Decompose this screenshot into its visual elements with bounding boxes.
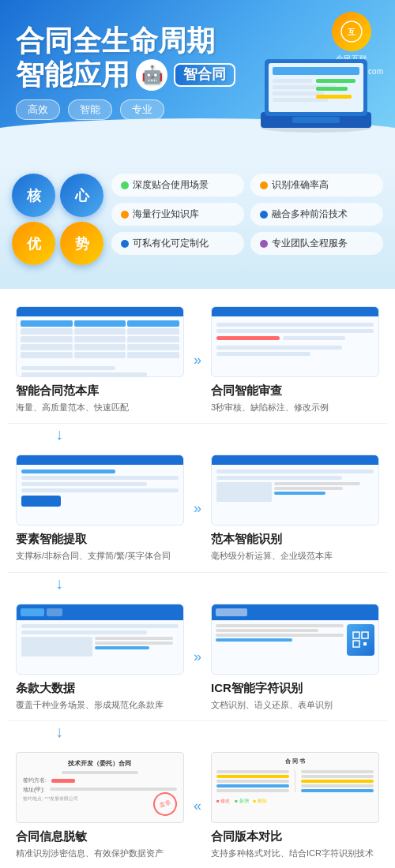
down-arrow-1: ↓: [8, 424, 387, 445]
feature-pair-2: 要素智能提取 支撑标/非标合同、支撑简/繁/英字体合同 »: [8, 445, 387, 572]
svg-rect-15: [353, 632, 359, 638]
doc-preview-desensitize: 技术开发（委托）合同 签约方名: 地址(甲): 签约地点: ***发展有限公司 …: [16, 752, 184, 823]
arrow-right-2: »: [192, 500, 203, 517]
arrow-right-3: »: [192, 649, 203, 665]
feature-title-4: 条款大数据: [16, 681, 184, 696]
svg-rect-16: [362, 632, 368, 638]
header-section: 互 全民互联 www.xiansha.com 合同全生命周期 智能应用 🤖 智合…: [0, 0, 395, 158]
svg-rect-10: [273, 92, 324, 95]
robot-icon: 🤖: [136, 59, 167, 91]
feature-title-5: ICR智能字符识别: [211, 681, 379, 696]
feature-cell-template-recognize: 范本智能识别 毫秒级分析运算、企业级范本库: [203, 445, 387, 571]
feature-cell-element-extract: 要素智能提取 支撑标/非标合同、支撑简/繁/英字体合同: [8, 445, 192, 571]
screen-preview-icr: [211, 604, 379, 675]
feature-title-0: 智能合同范本库: [16, 383, 184, 398]
feature-desc-3: 毫秒级分析运算、企业级范本库: [211, 550, 379, 562]
features-section: 智能合同范本库 海量、高质量范本、快速匹配 » 合同智能审: [0, 289, 395, 868]
advantage-1: 识别准确率高: [250, 174, 383, 196]
svg-rect-14: [316, 95, 352, 99]
core-section: 核 心 优 势 深度贴合使用场景 识别准确率高 海量行业知识库 融合多种前沿技术…: [0, 158, 395, 289]
advantage-3: 融合多种前沿技术: [250, 203, 383, 226]
feature-desc-5: 文档识别、语义还原、表单识别: [211, 699, 379, 711]
bubble-core-1: 核: [12, 174, 55, 217]
down-arrow-2: ↓: [8, 573, 387, 594]
screen-preview-template: [16, 306, 184, 377]
feature-cell-smart-review: 合同智能审查 3秒审核、缺陷标注、修改示例: [203, 297, 387, 423]
feature-cell-clause-bigdata: 条款大数据 覆盖千种业务场景、形成规范化条款库: [8, 594, 192, 720]
svg-rect-8: [273, 79, 312, 83]
tag-smart: 智能: [68, 99, 112, 120]
feature-pair-4: 技术开发（委托）合同 签约方名: 地址(甲): 签约地点: ***发展有限公司 …: [8, 743, 387, 868]
dot-1: [260, 181, 268, 189]
screen-preview-review: [211, 306, 379, 377]
arrow-right-1: »: [192, 352, 203, 369]
svg-rect-12: [316, 79, 356, 83]
feature-title-6: 合同信息脱敏: [16, 829, 184, 844]
feature-desc-4: 覆盖千种业务场景、形成规范化条款库: [16, 699, 184, 711]
tag-professional: 专业: [120, 99, 164, 120]
bubble-core-3: 优: [12, 222, 55, 265]
advantages-grid: 深度贴合使用场景 识别准确率高 海量行业知识库 融合多种前沿技术 可私有化可定制…: [111, 174, 383, 255]
dot-3: [260, 211, 268, 219]
feature-title-3: 范本智能识别: [211, 532, 379, 547]
dot-5: [260, 240, 268, 248]
feature-title-2: 要素智能提取: [16, 532, 184, 547]
advantage-4: 可私有化可定制化: [111, 232, 244, 255]
feature-desc-6: 精准识别涉密信息、有效保护数据资产: [16, 847, 184, 859]
advantage-0: 深度贴合使用场景: [111, 174, 244, 196]
screen-preview-clause: [16, 604, 184, 675]
tag-efficient: 高效: [16, 99, 60, 120]
feature-cell-info-desensitize: 技术开发（委托）合同 签约方名: 地址(甲): 签约地点: ***发展有限公司 …: [8, 743, 192, 868]
arrow-left-4: «: [192, 798, 203, 814]
dot-0: [121, 181, 129, 189]
feature-desc-7: 支持多种格式对比、结合ICR字符识别技术: [211, 847, 379, 859]
down-arrow-3: ↓: [8, 721, 387, 743]
feature-cell-version-compare: 合 同 书: [203, 743, 387, 868]
bubble-core-2: 心: [60, 174, 103, 217]
svg-rect-18: [363, 642, 367, 645]
svg-text:互: 互: [348, 28, 356, 36]
screen-preview-recognize: [211, 455, 379, 526]
brand-tag: 智合同: [174, 63, 235, 87]
advantage-2: 海量行业知识库: [111, 203, 244, 226]
feature-pair-3: 条款大数据 覆盖千种业务场景、形成规范化条款库 »: [8, 594, 387, 721]
feature-desc-1: 3秒审核、缺陷标注、修改示例: [211, 402, 379, 413]
advantage-5: 专业团队全程服务: [250, 232, 383, 255]
laptop-illustration: [245, 47, 387, 134]
logo-circle: 互: [332, 12, 371, 51]
svg-rect-13: [316, 87, 348, 91]
book-preview-compare: 合 同 书: [211, 752, 379, 823]
dot-2: [121, 211, 129, 219]
core-bubbles: 核 心 优 势: [12, 174, 103, 265]
svg-rect-7: [273, 67, 359, 75]
svg-rect-4: [292, 117, 340, 123]
feature-title-7: 合同版本对比: [211, 829, 379, 844]
svg-rect-17: [353, 641, 359, 647]
bubble-core-4: 势: [60, 222, 103, 265]
feature-pair-1: 智能合同范本库 海量、高质量范本、快速匹配 » 合同智能审: [8, 297, 387, 424]
feature-cell-contract-template: 智能合同范本库 海量、高质量范本、快速匹配: [8, 297, 192, 423]
dot-4: [121, 240, 129, 248]
feature-desc-2: 支撑标/非标合同、支撑简/繁/英字体合同: [16, 550, 184, 562]
feature-cell-icr-recognize: ICR智能字符识别 文档识别、语义还原、表单识别: [203, 594, 387, 720]
screen-preview-extract: [16, 455, 184, 526]
feature-desc-0: 海量、高质量范本、快速匹配: [16, 402, 184, 413]
feature-title-1: 合同智能审查: [211, 383, 379, 398]
